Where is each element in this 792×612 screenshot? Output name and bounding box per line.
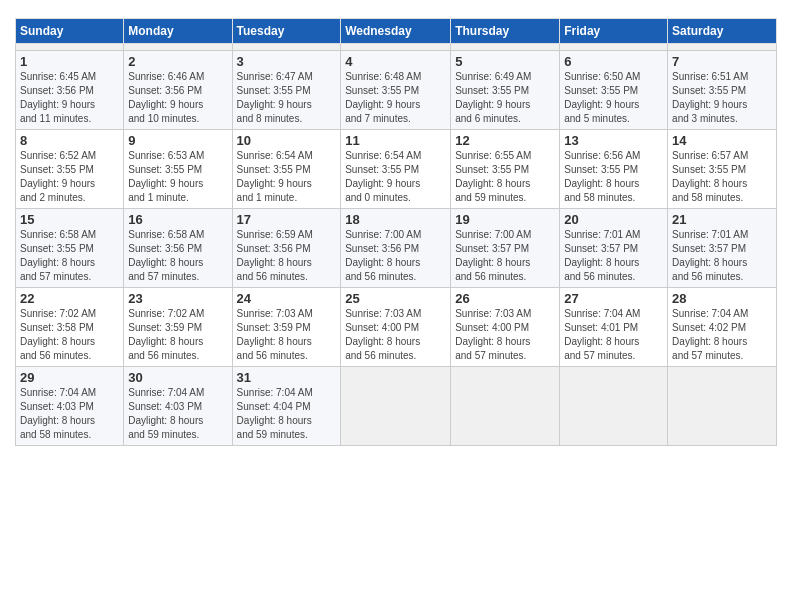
- day-info: Sunrise: 6:59 AM Sunset: 3:56 PM Dayligh…: [237, 228, 337, 284]
- calendar-cell: [451, 44, 560, 51]
- calendar-cell: 9Sunrise: 6:53 AM Sunset: 3:55 PM Daylig…: [124, 130, 232, 209]
- calendar-cell: 16Sunrise: 6:58 AM Sunset: 3:56 PM Dayli…: [124, 209, 232, 288]
- calendar-cell: 2Sunrise: 6:46 AM Sunset: 3:56 PM Daylig…: [124, 51, 232, 130]
- day-info: Sunrise: 7:04 AM Sunset: 4:02 PM Dayligh…: [672, 307, 772, 363]
- calendar-cell: 30Sunrise: 7:04 AM Sunset: 4:03 PM Dayli…: [124, 367, 232, 446]
- day-number: 26: [455, 291, 555, 306]
- calendar-cell: 26Sunrise: 7:03 AM Sunset: 4:00 PM Dayli…: [451, 288, 560, 367]
- day-number: 22: [20, 291, 119, 306]
- calendar-table: SundayMondayTuesdayWednesdayThursdayFrid…: [15, 18, 777, 446]
- calendar-cell: [232, 44, 341, 51]
- day-number: 5: [455, 54, 555, 69]
- calendar-cell: 13Sunrise: 6:56 AM Sunset: 3:55 PM Dayli…: [560, 130, 668, 209]
- calendar-cell: 7Sunrise: 6:51 AM Sunset: 3:55 PM Daylig…: [668, 51, 777, 130]
- day-info: Sunrise: 7:02 AM Sunset: 3:58 PM Dayligh…: [20, 307, 119, 363]
- calendar-cell: 6Sunrise: 6:50 AM Sunset: 3:55 PM Daylig…: [560, 51, 668, 130]
- calendar-cell: 14Sunrise: 6:57 AM Sunset: 3:55 PM Dayli…: [668, 130, 777, 209]
- day-number: 10: [237, 133, 337, 148]
- day-number: 29: [20, 370, 119, 385]
- calendar-cell: 27Sunrise: 7:04 AM Sunset: 4:01 PM Dayli…: [560, 288, 668, 367]
- day-info: Sunrise: 6:55 AM Sunset: 3:55 PM Dayligh…: [455, 149, 555, 205]
- header-friday: Friday: [560, 19, 668, 44]
- day-info: Sunrise: 6:47 AM Sunset: 3:55 PM Dayligh…: [237, 70, 337, 126]
- day-info: Sunrise: 7:02 AM Sunset: 3:59 PM Dayligh…: [128, 307, 227, 363]
- calendar-cell: 10Sunrise: 6:54 AM Sunset: 3:55 PM Dayli…: [232, 130, 341, 209]
- day-info: Sunrise: 6:51 AM Sunset: 3:55 PM Dayligh…: [672, 70, 772, 126]
- day-info: Sunrise: 6:50 AM Sunset: 3:55 PM Dayligh…: [564, 70, 663, 126]
- main-container: General Blue SundayMondayTuesdayWednesda…: [0, 0, 792, 456]
- calendar-cell: 12Sunrise: 6:55 AM Sunset: 3:55 PM Dayli…: [451, 130, 560, 209]
- day-info: Sunrise: 7:04 AM Sunset: 4:01 PM Dayligh…: [564, 307, 663, 363]
- calendar-cell: 17Sunrise: 6:59 AM Sunset: 3:56 PM Dayli…: [232, 209, 341, 288]
- calendar-cell: [451, 367, 560, 446]
- day-number: 20: [564, 212, 663, 227]
- header-sunday: Sunday: [16, 19, 124, 44]
- header-saturday: Saturday: [668, 19, 777, 44]
- day-number: 11: [345, 133, 446, 148]
- calendar-week-0: [16, 44, 777, 51]
- header-monday: Monday: [124, 19, 232, 44]
- day-number: 4: [345, 54, 446, 69]
- day-info: Sunrise: 6:54 AM Sunset: 3:55 PM Dayligh…: [345, 149, 446, 205]
- day-info: Sunrise: 7:04 AM Sunset: 4:04 PM Dayligh…: [237, 386, 337, 442]
- day-number: 25: [345, 291, 446, 306]
- day-info: Sunrise: 6:45 AM Sunset: 3:56 PM Dayligh…: [20, 70, 119, 126]
- calendar-cell: [341, 44, 451, 51]
- day-number: 2: [128, 54, 227, 69]
- day-number: 24: [237, 291, 337, 306]
- calendar-cell: 1Sunrise: 6:45 AM Sunset: 3:56 PM Daylig…: [16, 51, 124, 130]
- calendar-week-4: 22Sunrise: 7:02 AM Sunset: 3:58 PM Dayli…: [16, 288, 777, 367]
- day-number: 27: [564, 291, 663, 306]
- day-number: 31: [237, 370, 337, 385]
- day-number: 3: [237, 54, 337, 69]
- calendar-cell: 31Sunrise: 7:04 AM Sunset: 4:04 PM Dayli…: [232, 367, 341, 446]
- calendar-cell: [124, 44, 232, 51]
- day-info: Sunrise: 7:04 AM Sunset: 4:03 PM Dayligh…: [128, 386, 227, 442]
- day-info: Sunrise: 6:52 AM Sunset: 3:55 PM Dayligh…: [20, 149, 119, 205]
- calendar-cell: 18Sunrise: 7:00 AM Sunset: 3:56 PM Dayli…: [341, 209, 451, 288]
- day-info: Sunrise: 7:03 AM Sunset: 4:00 PM Dayligh…: [345, 307, 446, 363]
- calendar-week-1: 1Sunrise: 6:45 AM Sunset: 3:56 PM Daylig…: [16, 51, 777, 130]
- day-info: Sunrise: 6:58 AM Sunset: 3:55 PM Dayligh…: [20, 228, 119, 284]
- calendar-cell: 21Sunrise: 7:01 AM Sunset: 3:57 PM Dayli…: [668, 209, 777, 288]
- day-info: Sunrise: 6:54 AM Sunset: 3:55 PM Dayligh…: [237, 149, 337, 205]
- day-info: Sunrise: 7:03 AM Sunset: 4:00 PM Dayligh…: [455, 307, 555, 363]
- day-number: 17: [237, 212, 337, 227]
- day-number: 19: [455, 212, 555, 227]
- calendar-cell: 11Sunrise: 6:54 AM Sunset: 3:55 PM Dayli…: [341, 130, 451, 209]
- calendar-cell: [668, 367, 777, 446]
- day-number: 14: [672, 133, 772, 148]
- day-info: Sunrise: 7:01 AM Sunset: 3:57 PM Dayligh…: [564, 228, 663, 284]
- calendar-cell: 25Sunrise: 7:03 AM Sunset: 4:00 PM Dayli…: [341, 288, 451, 367]
- day-info: Sunrise: 6:56 AM Sunset: 3:55 PM Dayligh…: [564, 149, 663, 205]
- header-tuesday: Tuesday: [232, 19, 341, 44]
- day-number: 13: [564, 133, 663, 148]
- day-info: Sunrise: 7:01 AM Sunset: 3:57 PM Dayligh…: [672, 228, 772, 284]
- day-info: Sunrise: 6:48 AM Sunset: 3:55 PM Dayligh…: [345, 70, 446, 126]
- day-number: 1: [20, 54, 119, 69]
- calendar-cell: 23Sunrise: 7:02 AM Sunset: 3:59 PM Dayli…: [124, 288, 232, 367]
- day-info: Sunrise: 6:57 AM Sunset: 3:55 PM Dayligh…: [672, 149, 772, 205]
- day-number: 8: [20, 133, 119, 148]
- calendar-cell: 3Sunrise: 6:47 AM Sunset: 3:55 PM Daylig…: [232, 51, 341, 130]
- calendar-cell: 8Sunrise: 6:52 AM Sunset: 3:55 PM Daylig…: [16, 130, 124, 209]
- calendar-week-3: 15Sunrise: 6:58 AM Sunset: 3:55 PM Dayli…: [16, 209, 777, 288]
- calendar-cell: 15Sunrise: 6:58 AM Sunset: 3:55 PM Dayli…: [16, 209, 124, 288]
- day-number: 12: [455, 133, 555, 148]
- calendar-week-2: 8Sunrise: 6:52 AM Sunset: 3:55 PM Daylig…: [16, 130, 777, 209]
- day-number: 23: [128, 291, 227, 306]
- day-number: 21: [672, 212, 772, 227]
- day-info: Sunrise: 6:58 AM Sunset: 3:56 PM Dayligh…: [128, 228, 227, 284]
- calendar-header-row: SundayMondayTuesdayWednesdayThursdayFrid…: [16, 19, 777, 44]
- calendar-week-5: 29Sunrise: 7:04 AM Sunset: 4:03 PM Dayli…: [16, 367, 777, 446]
- day-number: 9: [128, 133, 227, 148]
- day-number: 30: [128, 370, 227, 385]
- day-info: Sunrise: 6:53 AM Sunset: 3:55 PM Dayligh…: [128, 149, 227, 205]
- day-info: Sunrise: 7:03 AM Sunset: 3:59 PM Dayligh…: [237, 307, 337, 363]
- header-thursday: Thursday: [451, 19, 560, 44]
- calendar-cell: [560, 44, 668, 51]
- calendar-cell: [16, 44, 124, 51]
- day-info: Sunrise: 6:49 AM Sunset: 3:55 PM Dayligh…: [455, 70, 555, 126]
- calendar-cell: 29Sunrise: 7:04 AM Sunset: 4:03 PM Dayli…: [16, 367, 124, 446]
- calendar-cell: 5Sunrise: 6:49 AM Sunset: 3:55 PM Daylig…: [451, 51, 560, 130]
